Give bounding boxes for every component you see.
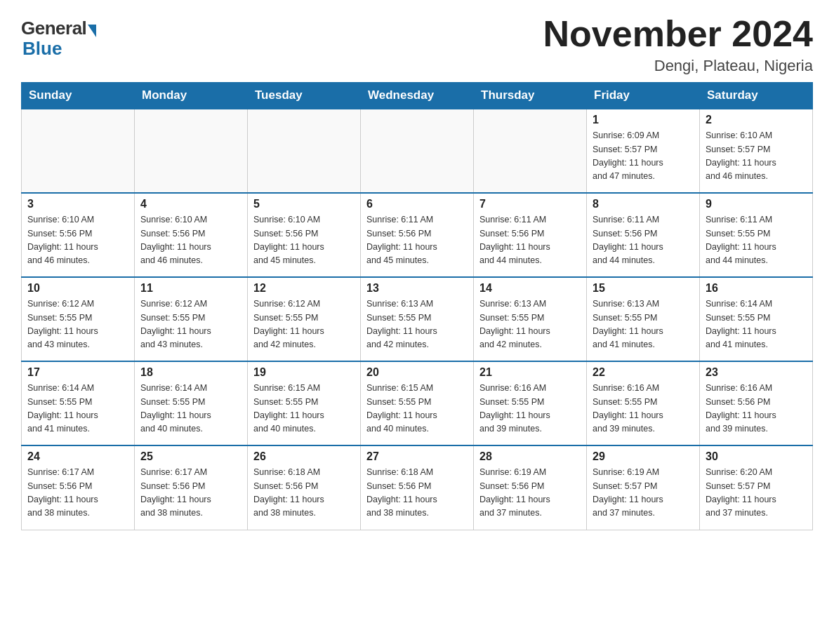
day-info: Sunrise: 6:19 AM Sunset: 5:57 PM Dayligh… [593,466,694,521]
day-number: 12 [253,282,355,295]
day-number: 7 [479,198,581,210]
calendar-cell: 20Sunrise: 6:15 AM Sunset: 5:55 PM Dayli… [361,361,474,445]
calendar-cell: 17Sunrise: 6:14 AM Sunset: 5:55 PM Dayli… [22,361,135,445]
calendar-cell: 4Sunrise: 6:10 AM Sunset: 5:56 PM Daylig… [135,193,248,277]
day-info: Sunrise: 6:10 AM Sunset: 5:56 PM Dayligh… [253,213,355,268]
day-info: Sunrise: 6:16 AM Sunset: 5:55 PM Dayligh… [479,382,581,436]
day-number: 20 [366,366,468,379]
calendar-cell: 26Sunrise: 6:18 AM Sunset: 5:56 PM Dayli… [248,445,361,530]
day-info: Sunrise: 6:11 AM Sunset: 5:56 PM Dayligh… [593,213,694,268]
day-info: Sunrise: 6:19 AM Sunset: 5:56 PM Dayligh… [479,466,581,521]
calendar-cell: 13Sunrise: 6:13 AM Sunset: 5:55 PM Dayli… [361,277,474,361]
calendar-cell: 16Sunrise: 6:14 AM Sunset: 5:55 PM Dayli… [700,277,813,361]
calendar-cell: 12Sunrise: 6:12 AM Sunset: 5:55 PM Dayli… [248,277,361,361]
day-number: 27 [366,450,468,463]
day-info: Sunrise: 6:13 AM Sunset: 5:55 PM Dayligh… [366,297,468,352]
day-number: 6 [366,198,468,210]
calendar-cell: 11Sunrise: 6:12 AM Sunset: 5:55 PM Dayli… [135,277,248,361]
day-info: Sunrise: 6:14 AM Sunset: 5:55 PM Dayligh… [706,297,807,352]
calendar-cell: 1Sunrise: 6:09 AM Sunset: 5:57 PM Daylig… [587,109,700,193]
day-number: 3 [27,198,128,210]
day-number: 25 [140,450,241,463]
calendar-cell [361,109,474,193]
day-number: 15 [593,282,694,295]
day-number: 26 [253,450,355,463]
calendar-week-row: 3Sunrise: 6:10 AM Sunset: 5:56 PM Daylig… [22,193,813,277]
day-number: 28 [479,450,581,463]
day-number: 9 [706,198,807,210]
day-number: 11 [140,282,241,295]
day-number: 23 [706,366,807,379]
calendar-cell: 24Sunrise: 6:17 AM Sunset: 5:56 PM Dayli… [22,445,135,530]
day-number: 10 [27,282,128,295]
page-subtitle: Dengi, Plateau, Nigeria [543,57,813,75]
day-number: 16 [706,282,807,295]
calendar-header-sunday: Sunday [22,83,135,109]
calendar-cell: 19Sunrise: 6:15 AM Sunset: 5:55 PM Dayli… [248,361,361,445]
calendar-cell: 6Sunrise: 6:11 AM Sunset: 5:56 PM Daylig… [361,193,474,277]
day-info: Sunrise: 6:17 AM Sunset: 5:56 PM Dayligh… [27,466,128,521]
day-number: 24 [27,450,128,463]
calendar-week-row: 10Sunrise: 6:12 AM Sunset: 5:55 PM Dayli… [22,277,813,361]
day-number: 30 [706,450,807,463]
calendar-cell: 23Sunrise: 6:16 AM Sunset: 5:56 PM Dayli… [700,361,813,445]
day-number: 18 [140,366,241,379]
calendar-header-tuesday: Tuesday [248,83,361,109]
day-info: Sunrise: 6:10 AM Sunset: 5:56 PM Dayligh… [140,213,241,268]
calendar-header-row: SundayMondayTuesdayWednesdayThursdayFrid… [22,83,813,109]
calendar-cell [248,109,361,193]
calendar-cell [135,109,248,193]
calendar-header-wednesday: Wednesday [361,83,474,109]
day-info: Sunrise: 6:17 AM Sunset: 5:56 PM Dayligh… [140,466,241,521]
day-number: 21 [479,366,581,379]
day-info: Sunrise: 6:14 AM Sunset: 5:55 PM Dayligh… [140,382,241,436]
day-info: Sunrise: 6:11 AM Sunset: 5:56 PM Dayligh… [479,213,581,268]
day-number: 17 [27,366,128,379]
calendar-cell [474,109,587,193]
logo: General Blue [21,14,96,60]
day-info: Sunrise: 6:20 AM Sunset: 5:57 PM Dayligh… [706,466,807,521]
calendar-cell: 27Sunrise: 6:18 AM Sunset: 5:56 PM Dayli… [361,445,474,530]
calendar-table: SundayMondayTuesdayWednesdayThursdayFrid… [21,82,813,530]
calendar-week-row: 17Sunrise: 6:14 AM Sunset: 5:55 PM Dayli… [22,361,813,445]
calendar-week-row: 24Sunrise: 6:17 AM Sunset: 5:56 PM Dayli… [22,445,813,530]
calendar-header-thursday: Thursday [474,83,587,109]
day-number: 14 [479,282,581,295]
day-info: Sunrise: 6:16 AM Sunset: 5:55 PM Dayligh… [593,382,694,436]
day-info: Sunrise: 6:10 AM Sunset: 5:57 PM Dayligh… [706,129,807,184]
day-info: Sunrise: 6:12 AM Sunset: 5:55 PM Dayligh… [253,297,355,352]
day-number: 2 [706,114,807,126]
calendar-cell: 28Sunrise: 6:19 AM Sunset: 5:56 PM Dayli… [474,445,587,530]
calendar-cell: 15Sunrise: 6:13 AM Sunset: 5:55 PM Dayli… [587,277,700,361]
day-number: 13 [366,282,468,295]
calendar-cell: 8Sunrise: 6:11 AM Sunset: 5:56 PM Daylig… [587,193,700,277]
calendar-cell: 7Sunrise: 6:11 AM Sunset: 5:56 PM Daylig… [474,193,587,277]
day-info: Sunrise: 6:12 AM Sunset: 5:55 PM Dayligh… [140,297,241,352]
page-header: General Blue November 2024 Dengi, Platea… [21,14,813,75]
day-number: 5 [253,198,355,210]
day-info: Sunrise: 6:11 AM Sunset: 5:56 PM Dayligh… [366,213,468,268]
day-info: Sunrise: 6:12 AM Sunset: 5:55 PM Dayligh… [27,297,128,352]
day-number: 29 [593,450,694,463]
day-info: Sunrise: 6:14 AM Sunset: 5:55 PM Dayligh… [27,382,128,436]
logo-arrow-icon [88,25,96,37]
day-info: Sunrise: 6:09 AM Sunset: 5:57 PM Dayligh… [593,129,694,184]
calendar-header-saturday: Saturday [700,83,813,109]
day-info: Sunrise: 6:18 AM Sunset: 5:56 PM Dayligh… [253,466,355,521]
day-number: 4 [140,198,241,210]
day-info: Sunrise: 6:13 AM Sunset: 5:55 PM Dayligh… [479,297,581,352]
calendar-cell: 25Sunrise: 6:17 AM Sunset: 5:56 PM Dayli… [135,445,248,530]
page-title: November 2024 [543,14,813,54]
calendar-cell: 18Sunrise: 6:14 AM Sunset: 5:55 PM Dayli… [135,361,248,445]
calendar-header-monday: Monday [135,83,248,109]
logo-blue-text: Blue [21,38,62,60]
logo-general-text: General [21,18,86,39]
calendar-cell: 30Sunrise: 6:20 AM Sunset: 5:57 PM Dayli… [700,445,813,530]
calendar-cell: 9Sunrise: 6:11 AM Sunset: 5:55 PM Daylig… [700,193,813,277]
day-info: Sunrise: 6:13 AM Sunset: 5:55 PM Dayligh… [593,297,694,352]
day-info: Sunrise: 6:15 AM Sunset: 5:55 PM Dayligh… [366,382,468,436]
calendar-cell: 14Sunrise: 6:13 AM Sunset: 5:55 PM Dayli… [474,277,587,361]
day-info: Sunrise: 6:18 AM Sunset: 5:56 PM Dayligh… [366,466,468,521]
calendar-cell: 5Sunrise: 6:10 AM Sunset: 5:56 PM Daylig… [248,193,361,277]
title-area: November 2024 Dengi, Plateau, Nigeria [543,14,813,75]
